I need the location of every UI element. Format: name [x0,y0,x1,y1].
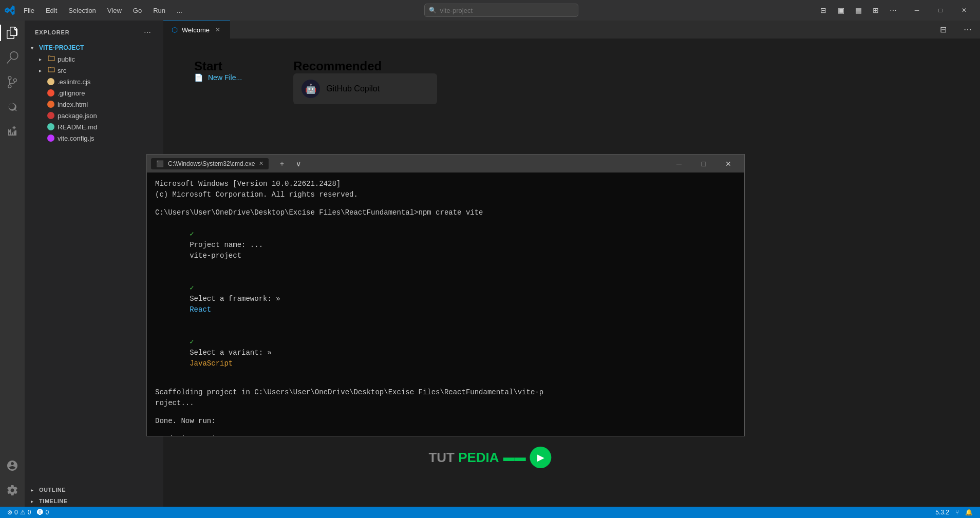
ports-icon: ⓿ [37,509,43,516]
vite-config-label: vite.config.js [58,135,95,142]
timeline-section[interactable]: ▸ TIMELINE [25,495,163,507]
timeline-label: TIMELINE [39,498,68,504]
menu-file[interactable]: File [18,5,40,16]
split-editor-icon[interactable]: ⊟ [816,3,831,18]
copilot-card[interactable]: 🤖 GitHub Copilot [293,73,437,104]
new-file-link[interactable]: 📄 New File... [194,73,242,82]
cmd-icon: ⬛ [156,160,164,167]
errors-count: 0 [14,509,18,516]
term-cmd1: cd vite-project [155,434,736,436]
watermark-lines-icon: ▬▬ [503,451,526,464]
file-eslintrc[interactable]: .eslintrc.cjs [25,76,163,87]
terminal-body[interactable]: Microsoft Windows [Version 10.0.22621.24… [147,172,744,436]
activity-bar [0,21,25,507]
file-index-html[interactable]: index.html [25,99,163,110]
layout-icon[interactable]: ▣ [833,3,849,18]
readme-icon [47,123,54,130]
search-box[interactable]: 🔍 [424,4,578,17]
status-ports[interactable]: ⓿ 0 [34,507,52,518]
file-package-json[interactable]: package.json [25,110,163,121]
warnings-icon: ⚠ [20,509,26,516]
menu-go[interactable]: Go [128,5,147,16]
customize-layout-icon[interactable]: ⊞ [868,3,883,18]
tab-vscode-icon: ⬡ [172,26,178,34]
terminal-minimize-button[interactable]: ─ [667,156,691,171]
project-root[interactable]: ▾ VITE-PROJECT [25,42,163,53]
menu-bar: File Edit Selection View Go Run ... [18,5,187,16]
minimize-button[interactable]: ─ [905,3,929,18]
terminal-dropdown-icon[interactable]: ∨ [291,157,306,171]
terminal-maximize-button[interactable]: □ [692,156,715,171]
window-controls: ─ □ ✕ [905,3,976,18]
close-button[interactable]: ✕ [952,3,976,18]
term-blank1 [155,200,736,207]
tab-welcome[interactable]: ⬡ Welcome ✕ [163,21,230,39]
term-command: C:\Users\User\OneDrive\Desktop\Excise Fi… [155,207,736,218]
status-errors[interactable]: ⊗ 0 ⚠ 0 [4,507,34,518]
term-variant-label: Select a variant: » [190,349,276,357]
package-json-label: package.json [58,112,97,120]
watermark-pedia: PEDIA [458,450,499,465]
menu-more[interactable]: ... [172,5,187,16]
errors-icon: ⊗ [7,509,12,516]
terminal-window: ⬛ C:\Windows\System32\cmd.exe ✕ ＋ ∨ ─ □ … [146,154,745,436]
src-arrow-icon: ▸ [39,68,47,73]
terminal-tab-label: C:\Windows\System32\cmd.exe [168,160,255,167]
settings-icon[interactable] [0,478,25,503]
folder-public[interactable]: ▸ public [25,53,163,65]
debug-icon[interactable] [0,94,25,119]
menu-run[interactable]: Run [148,5,171,16]
terminal-close-button[interactable]: ✕ [717,156,740,171]
file-gitignore[interactable]: .gitignore [25,87,163,99]
terminal-tab[interactable]: ⬛ C:\Windows\System32\cmd.exe ✕ [151,158,269,169]
term-header1: Microsoft Windows [Version 10.0.22621.24… [155,179,736,189]
status-git[interactable]: ⑂ [952,507,962,518]
vscode-logo [4,5,15,16]
layout2-icon[interactable]: ▤ [851,3,866,18]
eslintrc-label: .eslintrc.cjs [58,78,90,86]
status-bar: ⊗ 0 ⚠ 0 ⓿ 0 5.3.2 ⑂ 🔔 [0,507,980,518]
folder-arrow-icon: ▾ [31,45,39,51]
maximize-button[interactable]: □ [929,3,952,18]
account-icon[interactable] [0,453,25,478]
more-tabs-button[interactable]: ⋯ [955,21,980,39]
menu-selection[interactable]: Selection [63,5,101,16]
public-folder-label: public [58,55,75,63]
term-header2: (c) Microsoft Corporation. All rights re… [155,189,736,200]
search-input[interactable] [440,7,574,14]
title-bar: File Edit Selection View Go Run ... 🔍 ⊟ … [0,0,980,21]
menu-edit[interactable]: Edit [41,5,62,16]
git-icon: ⑂ [955,509,959,516]
title-search-area: 🔍 [187,4,816,17]
status-notifications[interactable]: 🔔 [962,507,976,518]
recommended-title: Recommended [293,59,437,73]
copilot-icon: 🤖 [301,80,320,98]
split-editor-button[interactable]: ⊟ [931,21,955,39]
sidebar-more-icon[interactable]: ⋯ [142,27,153,38]
file-vite-config[interactable]: vite.config.js [25,132,163,144]
outline-section[interactable]: ▸ OUTLINE [25,484,163,495]
folder-src[interactable]: ▸ src [25,65,163,76]
ports-count: 0 [45,509,49,516]
more-actions-icon[interactable]: ⋯ [885,3,901,18]
tab-close-button[interactable]: ✕ [214,26,222,34]
term-scaffolding2: roject... [155,398,736,409]
bell-icon: 🔔 [965,509,973,516]
terminal-add-icon[interactable]: ＋ [275,157,289,171]
new-file-icon: 📄 [194,73,203,82]
readme-label: README.md [58,123,97,131]
menu-view[interactable]: View [102,5,127,16]
explorer-icon[interactable] [0,21,25,45]
sidebar: EXPLORER ⋯ ▾ VITE-PROJECT ▸ public ▸ src [25,21,163,507]
terminal-tab-close[interactable]: ✕ [259,160,263,167]
sidebar-header: EXPLORER ⋯ [25,21,163,42]
extensions-icon[interactable] [0,119,25,144]
copilot-label: GitHub Copilot [326,84,380,93]
search-icon[interactable] [0,45,25,70]
json-icon [47,112,54,119]
source-control-icon[interactable] [0,70,25,94]
file-readme[interactable]: README.md [25,121,163,132]
status-version[interactable]: 5.3.2 [932,507,952,518]
term-blank3 [155,409,736,416]
tab-bar: ⬡ Welcome ✕ ⊟ ⋯ [163,21,980,39]
